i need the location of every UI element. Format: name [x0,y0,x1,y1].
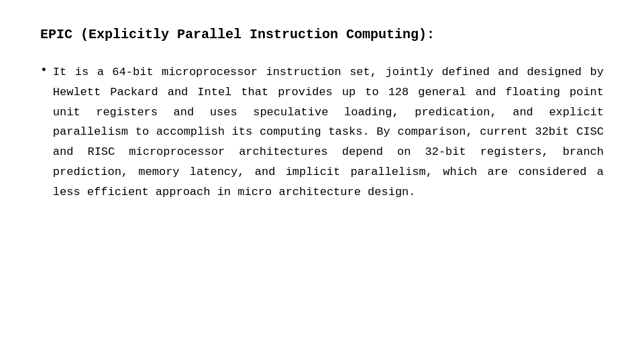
bullet-text: It is a 64-bit microprocessor instructio… [53,62,604,202]
bullet-section: • It is a 64-bit microprocessor instruct… [40,62,604,202]
page-title: EPIC (Explicitly Parallel Instruction Co… [40,27,604,42]
bullet-marker: • [40,64,48,77]
page-container: EPIC (Explicitly Parallel Instruction Co… [0,0,644,362]
